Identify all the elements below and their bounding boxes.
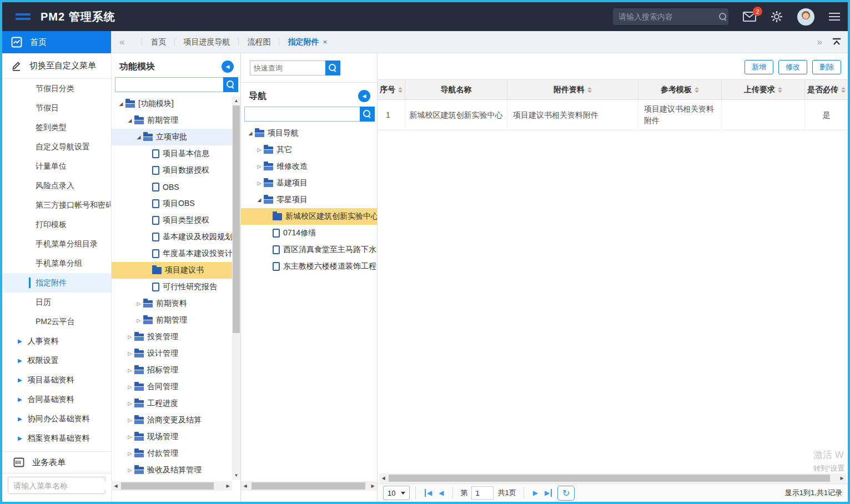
tree-node[interactable]: ▷招标管理	[112, 362, 232, 379]
sidebar-item[interactable]: 签到类型	[2, 118, 111, 137]
tree-node[interactable]: ▷前期管理	[112, 312, 232, 329]
first-page-button[interactable]: ◀	[425, 489, 432, 497]
expand-node-icon[interactable]: ▷	[255, 164, 263, 169]
page-size-select[interactable]: 10	[383, 486, 410, 500]
tab[interactable]: 指定附件×	[288, 37, 327, 47]
tree-node[interactable]: ▷工程进度	[112, 395, 232, 412]
sidebar-item[interactable]: 第三方接口帐号和密码	[2, 195, 111, 215]
tabs-scroll-right-icon[interactable]: »	[817, 37, 822, 48]
horizontal-scrollbar[interactable]: ◀ ▶	[241, 481, 377, 491]
expand-node-icon[interactable]: ▷	[126, 417, 134, 423]
expand-node-icon[interactable]: ▷	[126, 434, 134, 440]
user-avatar[interactable]	[797, 8, 814, 26]
sidebar-item[interactable]: 手机菜单分组	[2, 254, 111, 273]
delete-button[interactable]: 删除	[812, 60, 841, 74]
navigation-search-input[interactable]	[244, 107, 360, 122]
sidebar-item[interactable]: 计量单位	[2, 157, 111, 176]
tree-node[interactable]: ▷付款管理	[112, 445, 232, 462]
horizontal-scrollbar[interactable]: ◀ ▶	[112, 481, 232, 491]
sidebar-item[interactable]: PM2云平台	[2, 312, 111, 331]
column-header[interactable]: 参考模板	[638, 80, 722, 99]
collapse-panel-icon[interactable]: ◀	[358, 90, 370, 102]
tree-node[interactable]: ▷设计管理	[112, 345, 232, 362]
column-header[interactable]: 上传要求	[722, 80, 805, 99]
expand-node-icon[interactable]: ▷	[126, 467, 134, 473]
tree-node[interactable]: 项目OBS	[112, 195, 232, 212]
sidebar-group[interactable]: ▶档案资料基础资料	[2, 429, 111, 448]
sidebar-item[interactable]: 手机菜单分组目录	[2, 234, 111, 254]
tree-node[interactable]: 东主教楼六楼楼道装饰工程	[241, 258, 377, 275]
tree-node[interactable]: 0714修缮	[241, 225, 377, 241]
sidebar-item-business-form[interactable]: 业务表单	[2, 451, 111, 473]
modules-search-input[interactable]	[115, 77, 223, 92]
scroll-up-icon[interactable]: ▲	[232, 97, 240, 105]
column-header[interactable]: 附件资料	[507, 80, 638, 99]
next-page-button[interactable]: ▶	[533, 489, 538, 497]
expand-node-icon[interactable]: ▷	[255, 180, 263, 186]
scroll-down-icon[interactable]: ▼	[232, 471, 240, 480]
expand-node-icon[interactable]: ▷	[126, 334, 134, 340]
scroll-left-icon[interactable]: ◀	[379, 476, 388, 481]
collapse-node-icon[interactable]: ◢	[247, 130, 254, 136]
tree-node[interactable]: ▷洽商变更及结算	[112, 412, 232, 429]
sidebar-group[interactable]: ▶人事资料	[2, 331, 111, 351]
expand-node-icon[interactable]: ▷	[126, 384, 134, 390]
horizontal-scrollbar[interactable]: ◀ ▶	[379, 473, 846, 483]
tree-node[interactable]: ▷其它	[241, 142, 377, 158]
tab[interactable]: 项目进度导航	[183, 37, 230, 47]
expand-node-icon[interactable]: ▷	[126, 351, 134, 356]
scroll-right-icon[interactable]: ▶	[838, 476, 846, 481]
scrollbar-thumb[interactable]	[389, 475, 830, 482]
tree-node[interactable]: 基本建设及校园规划	[112, 229, 232, 245]
sidebar-item[interactable]: 节假日	[2, 98, 111, 118]
tree-node[interactable]: ▷现场管理	[112, 429, 232, 445]
tree-node[interactable]: ▷合同管理	[112, 379, 232, 395]
tree-node[interactable]: OBS	[112, 179, 232, 195]
tree-node[interactable]: ▷维修改造	[241, 158, 377, 175]
tree-node[interactable]: 西区清真食堂至主马路下水管线更	[241, 241, 377, 258]
expand-node-icon[interactable]: ▷	[255, 147, 263, 153]
tree-node[interactable]: ▷前期资料	[112, 295, 232, 312]
quick-search-button[interactable]	[325, 61, 340, 75]
column-header[interactable]: 是否必传	[805, 80, 848, 99]
scrollbar-thumb[interactable]	[121, 482, 214, 490]
page-number-input[interactable]	[471, 486, 494, 500]
scroll-left-icon[interactable]: ◀	[112, 483, 120, 488]
tree-node[interactable]: 新城校区建筑创新实验中心	[241, 208, 377, 225]
sidebar-item[interactable]: 指定附件	[2, 273, 111, 293]
prev-page-button[interactable]: ◀	[439, 489, 444, 497]
collapse-panel-icon[interactable]: ◀	[222, 61, 234, 73]
sidebar-item[interactable]: 自定义导航设置	[2, 137, 111, 157]
expand-node-icon[interactable]: ▷	[135, 301, 143, 306]
more-menu-icon[interactable]	[829, 11, 840, 23]
tree-node[interactable]: ◢零星项目	[241, 191, 377, 208]
last-page-button[interactable]: ▶	[545, 489, 552, 497]
add-button[interactable]: 新增	[745, 60, 773, 74]
global-search-input[interactable]	[618, 12, 719, 21]
expand-node-icon[interactable]: ▷	[126, 451, 134, 456]
sidebar-item[interactable]: 打印模板	[2, 215, 111, 234]
scrollbar-thumb[interactable]	[233, 105, 240, 333]
sidebar-group[interactable]: ▶合同基础资料	[2, 390, 111, 409]
tabs-scroll-left-icon[interactable]: «	[119, 37, 124, 48]
tree-node[interactable]: ▷验收及结算管理	[112, 462, 232, 478]
sidebar-group[interactable]: ▶协同办公基础资料	[2, 409, 111, 429]
tree-node[interactable]: ▷基建项目	[241, 175, 377, 191]
tree-node[interactable]: 项目基本信息	[112, 145, 232, 162]
gear-icon[interactable]	[771, 11, 783, 23]
edit-button[interactable]: 修改	[778, 60, 807, 74]
navigation-search-button[interactable]	[360, 107, 375, 122]
tree-node[interactable]: ▷投资管理	[112, 329, 232, 345]
sidebar-group[interactable]: ▶权限设置	[2, 351, 111, 370]
tree-node[interactable]: ◢立项审批	[112, 129, 232, 145]
expand-node-icon[interactable]: ▷	[126, 401, 134, 406]
tree-node[interactable]: ◢项目导航	[241, 125, 377, 142]
scrollbar-thumb[interactable]	[252, 482, 365, 490]
sidebar-item[interactable]: 日历	[2, 293, 111, 312]
search-icon[interactable]	[719, 13, 727, 21]
scroll-left-icon[interactable]: ◀	[241, 483, 249, 488]
expand-node-icon[interactable]: ▷	[126, 367, 134, 373]
tree-node[interactable]: 年度基本建设投资计划	[112, 245, 232, 262]
menu-toggle-icon[interactable]	[16, 11, 31, 22]
column-header[interactable]: 序号	[378, 80, 405, 99]
